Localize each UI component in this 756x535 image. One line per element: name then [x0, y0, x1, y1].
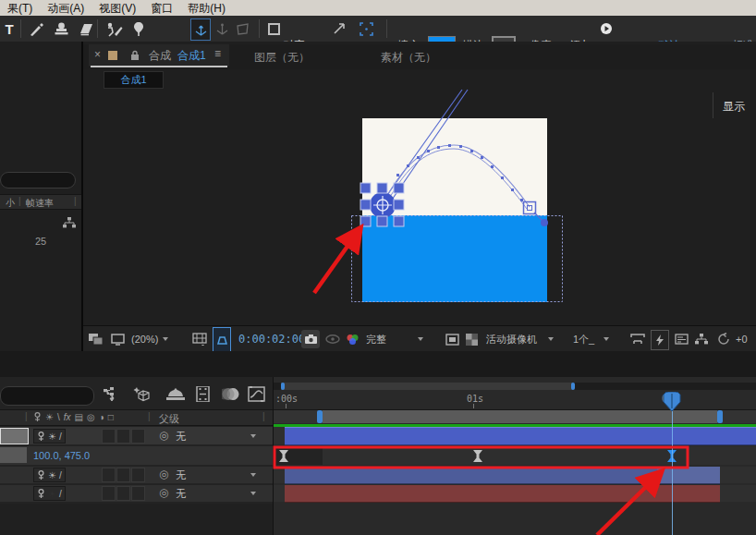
- column-size[interactable]: 小: [6, 197, 15, 210]
- menu-help[interactable]: 帮助(H): [180, 1, 233, 16]
- switch-box[interactable]: [116, 468, 130, 482]
- layer-bar-1[interactable]: [285, 427, 756, 445]
- always-preview-icon[interactable]: [89, 326, 104, 352]
- chevron-down-icon[interactable]: [250, 434, 256, 438]
- quality-toggle[interactable]: /: [59, 432, 62, 442]
- tab-close-icon[interactable]: ×: [94, 48, 101, 61]
- magnification-dropdown[interactable]: (20%): [131, 326, 183, 352]
- layer2-switches[interactable]: ☀ /: [33, 468, 66, 482]
- quality-icon[interactable]: \: [57, 412, 60, 422]
- mask-visibility-toggle[interactable]: [213, 327, 231, 353]
- draft-3d-icon[interactable]: [133, 386, 151, 402]
- parent-pickwhip-icon[interactable]: ◎: [159, 486, 168, 499]
- work-area-start-handle[interactable]: [317, 410, 323, 423]
- chevron-down-icon[interactable]: [250, 473, 256, 477]
- selection-arrow-icon[interactable]: [331, 18, 348, 39]
- channel-rgb-icon[interactable]: [346, 326, 360, 352]
- parent-dropdown-3[interactable]: 无: [176, 487, 186, 501]
- timeline-search-input[interactable]: [0, 386, 94, 406]
- puppet-pin-tool-icon[interactable]: [129, 18, 148, 39]
- parent-pickwhip-icon[interactable]: ◎: [159, 429, 168, 442]
- navigator-bar[interactable]: [281, 383, 573, 390]
- exposure-value[interactable]: +0: [736, 326, 748, 352]
- quality-toggle[interactable]: /: [59, 470, 62, 480]
- menu-effect[interactable]: 果(T): [0, 1, 40, 16]
- av-icon[interactable]: [37, 489, 45, 499]
- snapping-icon[interactable]: [357, 18, 375, 39]
- position-property-row[interactable]: 100.0, 475.0: [0, 446, 273, 465]
- tab-layer[interactable]: 图层（无）: [254, 50, 310, 66]
- track-row-3[interactable]: [274, 485, 756, 502]
- transparency-grid-icon[interactable]: [466, 326, 478, 352]
- track-row-2[interactable]: [274, 467, 756, 483]
- layer-row-1[interactable]: ☀ / ◎ 无: [0, 427, 273, 444]
- menu-animation[interactable]: 动画(A): [40, 1, 91, 16]
- playhead-marker[interactable]: [660, 392, 684, 414]
- column-framerate[interactable]: 帧速率: [26, 197, 54, 210]
- timeline-button-icon[interactable]: [675, 326, 689, 352]
- current-timecode[interactable]: 0:00:02:00: [238, 326, 305, 352]
- layer3-switches[interactable]: ☀ /: [33, 486, 66, 501]
- clone-stamp-tool-icon[interactable]: [51, 18, 71, 39]
- add-menu-icon[interactable]: [599, 18, 614, 39]
- comp-flowchart-icon[interactable]: [695, 326, 708, 352]
- display-channel-label[interactable]: 显示: [723, 99, 745, 115]
- snapshot-camera-icon[interactable]: [301, 330, 320, 348]
- composition-mini-flowchart-icon[interactable]: [104, 387, 120, 402]
- av-icon[interactable]: [37, 470, 45, 480]
- local-axis-mode-icon[interactable]: [190, 18, 211, 41]
- show-snapshot-eye-icon[interactable]: [325, 326, 340, 352]
- fast-previews-icon[interactable]: [651, 330, 669, 350]
- switch-box[interactable]: [131, 486, 145, 501]
- grid-guides-icon[interactable]: [192, 326, 207, 352]
- parent-dropdown-1[interactable]: 无: [176, 430, 186, 444]
- keyframe-1[interactable]: [279, 450, 288, 462]
- eraser-tool-icon[interactable]: [76, 18, 96, 39]
- layer-bar-3[interactable]: [285, 485, 720, 503]
- lock-icon[interactable]: [130, 50, 140, 61]
- view-layout-dropdown[interactable]: 1个_: [573, 326, 621, 352]
- project-search-input[interactable]: [0, 172, 76, 188]
- region-of-interest-icon[interactable]: [445, 326, 459, 352]
- roto-brush-tool-icon[interactable]: [102, 18, 126, 39]
- navigator-start-handle[interactable]: [281, 383, 285, 390]
- switch-box[interactable]: [131, 429, 145, 444]
- work-area-bar[interactable]: [323, 410, 717, 423]
- solo-icon[interactable]: ☀: [45, 412, 54, 422]
- parent-dropdown-2[interactable]: 无: [176, 468, 186, 482]
- av-features-icon[interactable]: [33, 412, 42, 422]
- menu-window[interactable]: 窗口: [143, 1, 180, 16]
- world-axis-mode-icon[interactable]: [213, 18, 231, 39]
- tab-composition-active[interactable]: × 合成 合成1 ≡: [89, 44, 229, 67]
- solo-toggle[interactable]: ☀: [48, 470, 56, 480]
- position-value[interactable]: 100.0, 475.0: [33, 450, 90, 461]
- tab-menu-icon[interactable]: ≡: [214, 47, 221, 60]
- adjustment-icon[interactable]: ◑: [99, 412, 104, 422]
- av-icon[interactable]: [37, 432, 45, 442]
- flowchart-mini-icon[interactable]: [63, 217, 76, 228]
- time-navigator[interactable]: [274, 383, 756, 390]
- parent-pickwhip-icon[interactable]: ◎: [159, 468, 168, 480]
- menu-view[interactable]: 视图(V): [91, 1, 143, 16]
- camera-view-dropdown[interactable]: 活动摄像机: [486, 326, 567, 352]
- fx-icon[interactable]: fx: [64, 412, 71, 422]
- parent-column-label[interactable]: 父级: [159, 412, 179, 426]
- keyframe-2[interactable]: [473, 450, 482, 462]
- threed-icon[interactable]: □: [108, 412, 114, 422]
- motion-blur-col-icon[interactable]: ◎: [87, 412, 95, 422]
- resolution-dropdown[interactable]: 完整: [366, 326, 440, 352]
- layer-row-2[interactable]: ☀ / ◎ 无: [0, 467, 273, 483]
- switch-box[interactable]: [102, 486, 116, 501]
- switch-box[interactable]: [131, 468, 145, 482]
- graph-editor-icon[interactable]: [248, 386, 265, 402]
- view-axis-mode-icon[interactable]: [233, 18, 251, 39]
- primary-viewer-icon[interactable]: [111, 326, 125, 352]
- switch-box[interactable]: [116, 486, 130, 501]
- type-tool[interactable]: T: [1, 18, 18, 39]
- layer-row-3[interactable]: ☀ / ◎ 无: [0, 485, 273, 502]
- track-row-1[interactable]: [274, 427, 756, 444]
- solo-toggle[interactable]: ☀: [48, 489, 56, 499]
- share-view-icon[interactable]: [630, 326, 645, 352]
- switch-box[interactable]: [102, 429, 116, 444]
- reset-exposure-icon[interactable]: [717, 326, 730, 352]
